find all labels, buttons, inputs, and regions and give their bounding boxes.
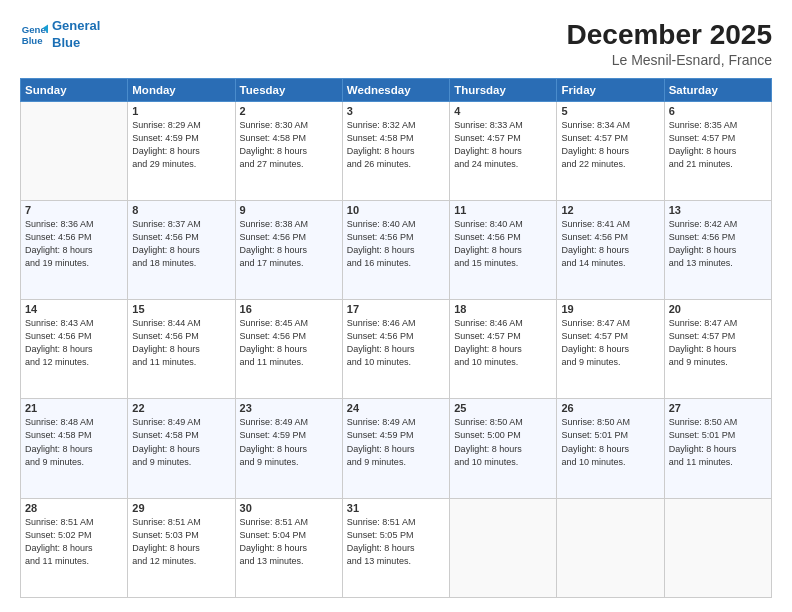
calendar-table: SundayMondayTuesdayWednesdayThursdayFrid…	[20, 78, 772, 598]
day-info: Sunrise: 8:46 AM Sunset: 4:57 PM Dayligh…	[454, 317, 552, 369]
calendar-cell: 7Sunrise: 8:36 AM Sunset: 4:56 PM Daylig…	[21, 200, 128, 299]
day-header-friday: Friday	[557, 78, 664, 101]
calendar-cell: 15Sunrise: 8:44 AM Sunset: 4:56 PM Dayli…	[128, 300, 235, 399]
calendar-week-5: 28Sunrise: 8:51 AM Sunset: 5:02 PM Dayli…	[21, 498, 772, 597]
calendar-cell: 30Sunrise: 8:51 AM Sunset: 5:04 PM Dayli…	[235, 498, 342, 597]
day-number: 20	[669, 303, 767, 315]
calendar-cell: 26Sunrise: 8:50 AM Sunset: 5:01 PM Dayli…	[557, 399, 664, 498]
day-number: 1	[132, 105, 230, 117]
day-header-wednesday: Wednesday	[342, 78, 449, 101]
day-info: Sunrise: 8:47 AM Sunset: 4:57 PM Dayligh…	[561, 317, 659, 369]
calendar-cell: 28Sunrise: 8:51 AM Sunset: 5:02 PM Dayli…	[21, 498, 128, 597]
day-number: 9	[240, 204, 338, 216]
calendar-cell: 11Sunrise: 8:40 AM Sunset: 4:56 PM Dayli…	[450, 200, 557, 299]
day-number: 18	[454, 303, 552, 315]
day-info: Sunrise: 8:49 AM Sunset: 4:59 PM Dayligh…	[347, 416, 445, 468]
day-number: 31	[347, 502, 445, 514]
day-info: Sunrise: 8:35 AM Sunset: 4:57 PM Dayligh…	[669, 119, 767, 171]
day-info: Sunrise: 8:29 AM Sunset: 4:59 PM Dayligh…	[132, 119, 230, 171]
calendar-cell: 8Sunrise: 8:37 AM Sunset: 4:56 PM Daylig…	[128, 200, 235, 299]
day-number: 17	[347, 303, 445, 315]
day-number: 28	[25, 502, 123, 514]
day-number: 6	[669, 105, 767, 117]
day-info: Sunrise: 8:50 AM Sunset: 5:01 PM Dayligh…	[561, 416, 659, 468]
day-number: 23	[240, 402, 338, 414]
day-number: 11	[454, 204, 552, 216]
day-info: Sunrise: 8:41 AM Sunset: 4:56 PM Dayligh…	[561, 218, 659, 270]
day-header-saturday: Saturday	[664, 78, 771, 101]
day-number: 14	[25, 303, 123, 315]
page: General Blue General Blue December 2025 …	[0, 0, 792, 612]
calendar-cell: 21Sunrise: 8:48 AM Sunset: 4:58 PM Dayli…	[21, 399, 128, 498]
day-info: Sunrise: 8:34 AM Sunset: 4:57 PM Dayligh…	[561, 119, 659, 171]
calendar-cell: 25Sunrise: 8:50 AM Sunset: 5:00 PM Dayli…	[450, 399, 557, 498]
day-info: Sunrise: 8:32 AM Sunset: 4:58 PM Dayligh…	[347, 119, 445, 171]
day-info: Sunrise: 8:40 AM Sunset: 4:56 PM Dayligh…	[454, 218, 552, 270]
day-number: 21	[25, 402, 123, 414]
calendar-cell	[21, 101, 128, 200]
calendar-cell: 17Sunrise: 8:46 AM Sunset: 4:56 PM Dayli…	[342, 300, 449, 399]
calendar-cell: 14Sunrise: 8:43 AM Sunset: 4:56 PM Dayli…	[21, 300, 128, 399]
day-info: Sunrise: 8:49 AM Sunset: 4:58 PM Dayligh…	[132, 416, 230, 468]
title-block: December 2025 Le Mesnil-Esnard, France	[567, 18, 772, 68]
day-number: 29	[132, 502, 230, 514]
main-title: December 2025	[567, 18, 772, 52]
calendar-week-4: 21Sunrise: 8:48 AM Sunset: 4:58 PM Dayli…	[21, 399, 772, 498]
logo: General Blue General Blue	[20, 18, 100, 52]
day-number: 25	[454, 402, 552, 414]
calendar-week-3: 14Sunrise: 8:43 AM Sunset: 4:56 PM Dayli…	[21, 300, 772, 399]
calendar-cell: 12Sunrise: 8:41 AM Sunset: 4:56 PM Dayli…	[557, 200, 664, 299]
calendar-cell	[664, 498, 771, 597]
day-header-sunday: Sunday	[21, 78, 128, 101]
calendar-week-2: 7Sunrise: 8:36 AM Sunset: 4:56 PM Daylig…	[21, 200, 772, 299]
calendar-cell: 1Sunrise: 8:29 AM Sunset: 4:59 PM Daylig…	[128, 101, 235, 200]
day-number: 22	[132, 402, 230, 414]
calendar-cell: 31Sunrise: 8:51 AM Sunset: 5:05 PM Dayli…	[342, 498, 449, 597]
day-info: Sunrise: 8:51 AM Sunset: 5:05 PM Dayligh…	[347, 516, 445, 568]
calendar-cell: 19Sunrise: 8:47 AM Sunset: 4:57 PM Dayli…	[557, 300, 664, 399]
day-info: Sunrise: 8:42 AM Sunset: 4:56 PM Dayligh…	[669, 218, 767, 270]
logo-line2: Blue	[52, 35, 100, 52]
calendar-cell: 23Sunrise: 8:49 AM Sunset: 4:59 PM Dayli…	[235, 399, 342, 498]
logo-line1: General	[52, 18, 100, 35]
subtitle: Le Mesnil-Esnard, France	[567, 52, 772, 68]
day-info: Sunrise: 8:51 AM Sunset: 5:03 PM Dayligh…	[132, 516, 230, 568]
day-number: 15	[132, 303, 230, 315]
calendar-cell: 10Sunrise: 8:40 AM Sunset: 4:56 PM Dayli…	[342, 200, 449, 299]
calendar-cell: 3Sunrise: 8:32 AM Sunset: 4:58 PM Daylig…	[342, 101, 449, 200]
day-number: 16	[240, 303, 338, 315]
day-info: Sunrise: 8:33 AM Sunset: 4:57 PM Dayligh…	[454, 119, 552, 171]
day-number: 13	[669, 204, 767, 216]
calendar-cell: 9Sunrise: 8:38 AM Sunset: 4:56 PM Daylig…	[235, 200, 342, 299]
day-info: Sunrise: 8:38 AM Sunset: 4:56 PM Dayligh…	[240, 218, 338, 270]
day-number: 4	[454, 105, 552, 117]
day-number: 2	[240, 105, 338, 117]
day-info: Sunrise: 8:51 AM Sunset: 5:02 PM Dayligh…	[25, 516, 123, 568]
calendar-cell: 18Sunrise: 8:46 AM Sunset: 4:57 PM Dayli…	[450, 300, 557, 399]
calendar-cell: 16Sunrise: 8:45 AM Sunset: 4:56 PM Dayli…	[235, 300, 342, 399]
day-header-tuesday: Tuesday	[235, 78, 342, 101]
calendar-cell: 27Sunrise: 8:50 AM Sunset: 5:01 PM Dayli…	[664, 399, 771, 498]
day-number: 24	[347, 402, 445, 414]
day-header-thursday: Thursday	[450, 78, 557, 101]
calendar-cell: 24Sunrise: 8:49 AM Sunset: 4:59 PM Dayli…	[342, 399, 449, 498]
header: General Blue General Blue December 2025 …	[20, 18, 772, 68]
day-info: Sunrise: 8:43 AM Sunset: 4:56 PM Dayligh…	[25, 317, 123, 369]
day-number: 30	[240, 502, 338, 514]
calendar-cell: 20Sunrise: 8:47 AM Sunset: 4:57 PM Dayli…	[664, 300, 771, 399]
day-info: Sunrise: 8:47 AM Sunset: 4:57 PM Dayligh…	[669, 317, 767, 369]
calendar-week-1: 1Sunrise: 8:29 AM Sunset: 4:59 PM Daylig…	[21, 101, 772, 200]
calendar-cell: 29Sunrise: 8:51 AM Sunset: 5:03 PM Dayli…	[128, 498, 235, 597]
day-number: 5	[561, 105, 659, 117]
calendar-cell	[450, 498, 557, 597]
calendar-header-row: SundayMondayTuesdayWednesdayThursdayFrid…	[21, 78, 772, 101]
day-info: Sunrise: 8:40 AM Sunset: 4:56 PM Dayligh…	[347, 218, 445, 270]
day-number: 27	[669, 402, 767, 414]
calendar-cell: 2Sunrise: 8:30 AM Sunset: 4:58 PM Daylig…	[235, 101, 342, 200]
day-info: Sunrise: 8:37 AM Sunset: 4:56 PM Dayligh…	[132, 218, 230, 270]
calendar-cell: 6Sunrise: 8:35 AM Sunset: 4:57 PM Daylig…	[664, 101, 771, 200]
day-info: Sunrise: 8:36 AM Sunset: 4:56 PM Dayligh…	[25, 218, 123, 270]
day-info: Sunrise: 8:51 AM Sunset: 5:04 PM Dayligh…	[240, 516, 338, 568]
day-header-monday: Monday	[128, 78, 235, 101]
day-info: Sunrise: 8:49 AM Sunset: 4:59 PM Dayligh…	[240, 416, 338, 468]
